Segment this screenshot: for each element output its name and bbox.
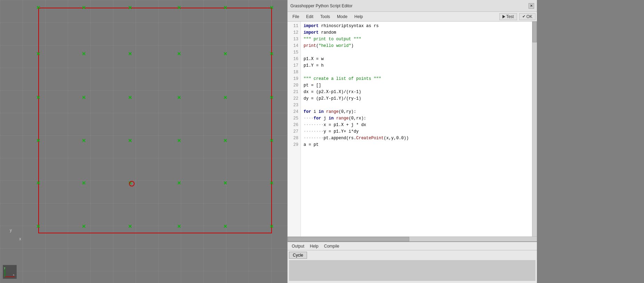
- cursor-indicator: [129, 181, 135, 186]
- menu-edit[interactable]: Edit: [303, 14, 317, 20]
- point-marker: ✕: [36, 181, 41, 185]
- point-marker: ✕: [177, 181, 182, 185]
- point-marker: ✕: [177, 95, 182, 100]
- point-marker: ✕: [128, 138, 132, 143]
- point-marker: ✕: [177, 138, 182, 143]
- origin-indicator: x y: [3, 265, 17, 279]
- y-axis-label: y: [10, 228, 12, 233]
- output-tab-compile[interactable]: Compile: [321, 243, 342, 249]
- point-marker: ✕: [36, 224, 41, 229]
- line-numbers: 11 12 13 14 15 16 17 18 19 20 21 22 23 2…: [288, 22, 301, 236]
- test-button[interactable]: Test: [499, 13, 517, 20]
- point-marker: ✕: [223, 51, 228, 56]
- grasshopper-canvas[interactable]: y x x y ✕✕✕✕✕✕✕✕✕✕✕✕✕✕✕✕✕✕✕✕✕✕✕✕✕✕✕✕✕✕✕✕…: [0, 0, 287, 283]
- svg-text:x: x: [13, 273, 15, 276]
- python-script-editor: Grasshopper Python Script Editor ✕ File …: [287, 0, 537, 283]
- output-menu-bar: Output Help Compile: [288, 242, 537, 250]
- point-marker: ✕: [177, 224, 182, 229]
- output-log: [289, 260, 536, 281]
- output-tab-output[interactable]: Output: [289, 243, 307, 249]
- point-marker: ✕: [269, 5, 274, 10]
- point-marker: ✕: [177, 5, 182, 10]
- point-marker: ✕: [269, 181, 274, 185]
- output-panel: Output Help Compile Cycle: [288, 241, 537, 283]
- point-marker: ✕: [36, 138, 41, 143]
- point-marker: ✕: [223, 181, 228, 185]
- menu-help[interactable]: Help: [351, 14, 367, 20]
- point-marker: ✕: [81, 224, 86, 229]
- point-marker: ✕: [128, 95, 132, 100]
- point-marker: ✕: [36, 95, 41, 100]
- point-marker: ✕: [81, 51, 86, 56]
- ok-label: OK: [526, 14, 532, 19]
- point-marker: ✕: [223, 138, 228, 143]
- point-marker: ✕: [36, 5, 41, 10]
- point-marker: ✕: [269, 51, 274, 56]
- ok-button[interactable]: ✔ OK: [519, 13, 536, 20]
- point-marker: ✕: [128, 224, 132, 229]
- test-label: Test: [506, 14, 514, 19]
- menu-bar: File Edit Tools Mode Help Test ✔ OK: [288, 12, 537, 22]
- ok-check-icon: ✔: [522, 14, 525, 19]
- selection-rectangle: [38, 8, 272, 233]
- point-marker: ✕: [81, 138, 86, 143]
- point-marker: ✕: [128, 5, 132, 10]
- svg-text:y: y: [4, 266, 6, 269]
- output-tab-help[interactable]: Help: [307, 243, 321, 249]
- title-bar: Grasshopper Python Script Editor ✕: [288, 0, 537, 12]
- point-marker: ✕: [269, 224, 274, 229]
- scrollbar-thumb[interactable]: [532, 22, 537, 42]
- point-marker: ✕: [223, 95, 228, 100]
- editor-title: Grasshopper Python Script Editor: [290, 3, 353, 8]
- point-marker: ✕: [223, 5, 228, 10]
- point-marker: ✕: [81, 181, 86, 185]
- play-icon: [502, 15, 505, 18]
- point-marker: ✕: [81, 95, 86, 100]
- code-editor[interactable]: import rhinoscriptsyntax as rs import ra…: [301, 22, 532, 236]
- menu-mode[interactable]: Mode: [333, 14, 351, 20]
- close-button[interactable]: ✕: [529, 3, 534, 9]
- cycle-button[interactable]: Cycle: [289, 252, 307, 259]
- point-marker: ✕: [177, 51, 182, 56]
- toolbar-right: Test ✔ OK: [499, 13, 536, 20]
- output-content: Cycle: [288, 250, 537, 283]
- h-scrollbar-thumb[interactable]: [288, 237, 409, 241]
- code-inner: 11 12 13 14 15 16 17 18 19 20 21 22 23 2…: [288, 22, 537, 236]
- point-marker: ✕: [81, 5, 86, 10]
- vertical-scrollbar[interactable]: [532, 22, 537, 236]
- point-marker: ✕: [223, 224, 228, 229]
- point-marker: ✕: [128, 51, 132, 56]
- menu-tools[interactable]: Tools: [317, 14, 333, 20]
- point-marker: ✕: [36, 51, 41, 56]
- point-marker: ✕: [269, 138, 274, 143]
- menu-file[interactable]: File: [289, 14, 303, 20]
- point-marker: ✕: [269, 95, 274, 100]
- code-area-wrapper: 11 12 13 14 15 16 17 18 19 20 21 22 23 2…: [288, 22, 537, 241]
- x-axis-label: x: [19, 236, 21, 241]
- horizontal-scrollbar[interactable]: [288, 236, 537, 241]
